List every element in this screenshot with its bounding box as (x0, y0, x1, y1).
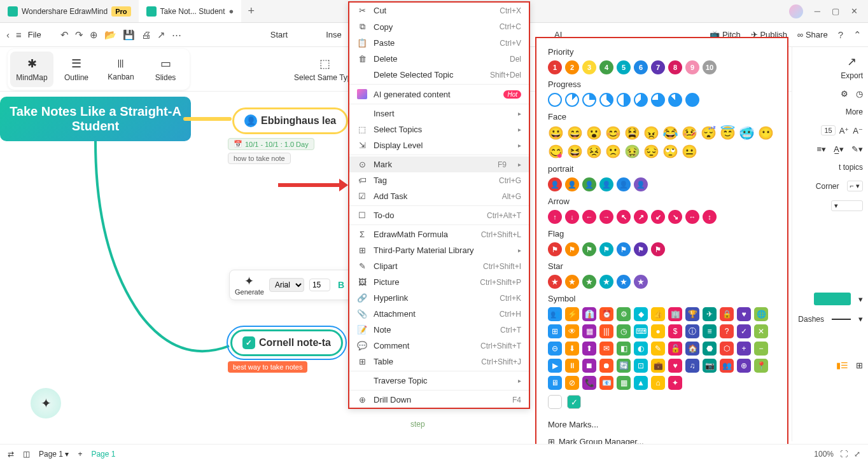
face-mark-13[interactable]: 😆 (567, 144, 583, 159)
symbol-mark-47[interactable]: ♫ (685, 359, 699, 373)
face-mark-9[interactable]: 😇 (720, 125, 736, 141)
symbol-mark-9[interactable]: ✈ (703, 307, 717, 321)
star-mark-1[interactable]: ★ (565, 275, 579, 289)
page-select[interactable]: Page 1 ▾ (39, 450, 69, 459)
symbol-mark-30[interactable]: ◧ (617, 342, 631, 356)
symbol-mark-14[interactable]: 👁 (565, 324, 579, 338)
highlight-button[interactable]: ✎▾ (851, 144, 863, 154)
user-avatar[interactable] (789, 4, 803, 18)
more-marks-link[interactable]: More Marks... (548, 416, 776, 433)
ctx-edrawmath[interactable]: ΣEdrawMath FormulaCtrl+Shift+L (349, 226, 529, 242)
collapse-ribbon[interactable]: ⌃ (853, 29, 862, 41)
symbol-mark-45[interactable]: 💼 (651, 359, 665, 373)
fullscreen-icon[interactable]: ⤢ (854, 450, 860, 459)
view-slides[interactable]: ▭Slides (144, 52, 187, 87)
ctx-paste[interactable]: 📋PasteCtrl+V (349, 35, 529, 51)
add-tab-button[interactable]: + (241, 4, 261, 18)
face-mark-4[interactable]: 😫 (624, 125, 640, 141)
ctx-tag[interactable]: 🏷TagCtrl+G (349, 172, 529, 188)
symbol-mark-26[interactable]: ⊖ (548, 342, 562, 356)
arrow-mark-2[interactable]: ← (582, 210, 596, 224)
document-tab[interactable]: Take Not... Student ● (139, 0, 242, 22)
export-panel-button[interactable]: ↗Export (841, 55, 863, 80)
fit-icon[interactable]: ⛶ (840, 450, 848, 459)
share-button[interactable]: ∞ Share (797, 30, 828, 39)
star-mark-3[interactable]: ★ (599, 275, 613, 289)
arrow-mark-0[interactable]: ↑ (548, 210, 562, 224)
face-mark-2[interactable]: 😮 (586, 125, 602, 141)
face-mark-15[interactable]: 🙁 (605, 144, 621, 159)
priority-mark-8[interactable]: 8 (668, 60, 682, 74)
face-mark-12[interactable]: 😋 (548, 144, 564, 159)
flag-mark-2[interactable]: ⚑ (582, 242, 596, 256)
ctx-select-topics[interactable]: ⬚Select Topics▸ (349, 121, 529, 137)
symbol-mark-24[interactable]: ✓ (737, 324, 751, 338)
priority-mark-5[interactable]: 5 (617, 60, 631, 74)
flag-mark-0[interactable]: ⚑ (548, 242, 562, 256)
arrow-mark-1[interactable]: ↓ (565, 210, 579, 224)
face-mark-19[interactable]: 😐 (682, 144, 697, 159)
unchecked-box[interactable] (548, 395, 562, 409)
symbol-mark-11[interactable]: ♥ (737, 307, 751, 321)
face-mark-3[interactable]: 😊 (605, 125, 621, 141)
font-size-display[interactable]: 15 (821, 125, 835, 135)
arrow-mark-3[interactable]: → (599, 210, 613, 224)
priority-mark-1[interactable]: 1 (548, 60, 562, 74)
current-page[interactable]: Page 1 (91, 450, 115, 459)
font-size-input[interactable] (309, 279, 330, 291)
progress-mark-0[interactable] (548, 93, 562, 107)
arrow-mark-5[interactable]: ↗ (634, 210, 648, 224)
symbol-mark-5[interactable]: ◆ (634, 307, 648, 321)
symbol-mark-31[interactable]: ◐ (634, 342, 648, 356)
progress-mark-4[interactable] (617, 93, 631, 107)
sidebar-toggle[interactable]: ◫ (23, 450, 30, 459)
more-toolbar[interactable]: ⋯ (172, 29, 181, 41)
symbol-mark-18[interactable]: ⌨ (634, 324, 648, 338)
symbol-mark-48[interactable]: 📷 (703, 359, 717, 373)
face-mark-11[interactable]: 😶 (758, 125, 774, 141)
priority-mark-7[interactable]: 7 (651, 60, 665, 74)
star-mark-4[interactable]: ★ (617, 275, 631, 289)
symbol-mark-12[interactable]: 🌐 (754, 307, 768, 321)
topic-ebbinghaus[interactable]: 👤Ebbinghaus lea (232, 107, 348, 134)
ctx-ai-content[interactable]: AI generated contentHot (349, 86, 529, 102)
face-mark-10[interactable]: 🥶 (739, 125, 755, 141)
flag-mark-4[interactable]: ⚑ (617, 242, 631, 256)
symbol-mark-43[interactable]: 🔄 (617, 359, 631, 373)
help-icon[interactable]: ? (838, 29, 843, 40)
symbol-mark-42[interactable]: ⏺ (599, 359, 613, 373)
symbol-mark-56[interactable]: ▦ (617, 376, 631, 390)
priority-mark-3[interactable]: 3 (582, 60, 596, 74)
face-mark-0[interactable]: 😀 (548, 125, 564, 141)
view-kanban[interactable]: ⫼Kanban (99, 52, 143, 87)
generate-button[interactable]: ✦Generate (235, 274, 264, 296)
priority-mark-9[interactable]: 9 (685, 60, 699, 74)
symbol-mark-33[interactable]: 🔓 (668, 342, 682, 356)
file-menu[interactable]: File (28, 30, 41, 39)
select-same-type[interactable]: ⬚ Select Same Type (294, 57, 356, 82)
symbol-mark-20[interactable]: $ (668, 324, 682, 338)
app-tab[interactable]: Wondershare EdrawMind Pro (0, 0, 139, 22)
maximize-icon[interactable]: ▢ (832, 6, 839, 16)
root-topic[interactable]: Take Notes Like a Straight-A Student (0, 97, 191, 141)
symbol-mark-38[interactable]: − (754, 342, 768, 356)
history-icon[interactable]: ◷ (856, 89, 863, 99)
priority-mark-10[interactable]: 10 (703, 60, 717, 74)
priority-mark-6[interactable]: 6 (634, 60, 648, 74)
color-swatch[interactable] (814, 293, 851, 305)
symbol-mark-10[interactable]: 🔒 (720, 307, 734, 321)
tag-chip-1[interactable]: how to take note (228, 153, 291, 164)
ctx-thirdparty[interactable]: ⊞Third-Party Material Library▸ (349, 242, 529, 258)
bold-button[interactable]: B (335, 279, 347, 291)
ctx-traverse[interactable]: Traverse Topic▸ (349, 373, 529, 389)
symbol-mark-39[interactable]: ▶ (548, 359, 562, 373)
ctx-cut[interactable]: ✂CutCtrl+X (349, 3, 529, 18)
checked-box[interactable]: ✓ (567, 395, 581, 409)
portrait-mark-2[interactable]: 👤 (582, 177, 596, 191)
arrow-mark-6[interactable]: ↙ (651, 210, 665, 224)
symbol-mark-22[interactable]: ≡ (703, 324, 717, 338)
close-icon[interactable]: ✕ (851, 6, 858, 16)
symbol-mark-28[interactable]: ⬆ (582, 342, 596, 356)
ctx-todo[interactable]: ☐To-doCtrl+Alt+T (349, 207, 529, 223)
ctx-table[interactable]: ⊞TableCtrl+Shift+J (349, 354, 529, 370)
